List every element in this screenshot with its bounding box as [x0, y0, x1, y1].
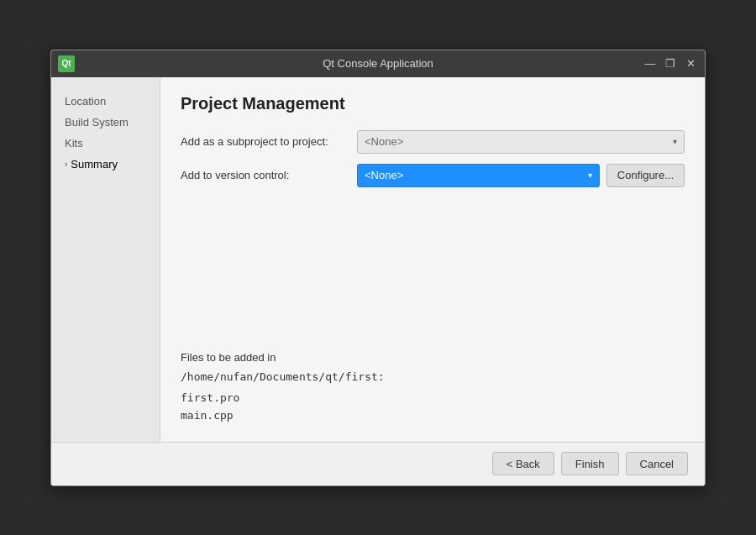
finish-button[interactable]: Finish [561, 452, 619, 475]
file-item-pro: first.pro [181, 390, 685, 407]
version-control-value: <None> [365, 169, 403, 181]
version-control-select[interactable]: <None> ▾ [357, 164, 600, 187]
footer: < Back Finish Cancel [51, 442, 705, 485]
version-control-label: Add to version control: [181, 169, 357, 181]
sidebar-item-label: Summary [71, 158, 118, 170]
sidebar: Location Build System Kits › Summary [51, 77, 160, 442]
sidebar-item-kits[interactable]: Kits [51, 133, 160, 154]
file-item-cpp: main.cpp [181, 407, 685, 425]
sidebar-item-build-system[interactable]: Build System [51, 112, 160, 133]
subproject-select[interactable]: <None> ▾ [357, 130, 685, 154]
files-intro-text: Files to be added in [181, 351, 685, 364]
minimize-button[interactable]: — [643, 56, 658, 71]
cancel-button[interactable]: Cancel [626, 452, 688, 475]
sidebar-item-label: Build System [65, 116, 129, 129]
sidebar-item-label: Location [65, 95, 106, 108]
back-button[interactable]: < Back [492, 452, 554, 475]
sidebar-item-label: Kits [65, 137, 83, 149]
page-title: Project Management [181, 94, 685, 113]
window-controls: — ❐ ✕ [643, 56, 698, 71]
titlebar: Qt Qt Console Application — ❐ ✕ [51, 50, 705, 77]
subproject-field: <None> ▾ [357, 130, 685, 154]
sidebar-item-summary[interactable]: › Summary [51, 154, 160, 175]
window-title: Qt Console Application [323, 57, 433, 70]
dropdown-arrow-icon: ▾ [673, 137, 677, 146]
main-panel: Project Management Add as a subproject t… [160, 77, 705, 442]
files-list: first.pro main.cpp [181, 390, 685, 425]
files-section: Files to be added in /home/nufan/Documen… [181, 334, 685, 425]
close-button[interactable]: ✕ [683, 56, 698, 71]
restore-button[interactable]: ❐ [663, 56, 678, 71]
chevron-right-icon: › [65, 160, 67, 169]
subproject-value: <None> [365, 135, 403, 148]
subproject-label: Add as a subproject to project: [181, 135, 357, 148]
files-path: /home/nufan/Documents/qt/first: [181, 370, 685, 383]
version-control-field: <None> ▾ Configure... [357, 164, 685, 187]
main-window: Qt Qt Console Application — ❐ ✕ Location… [50, 50, 706, 486]
sidebar-item-location[interactable]: Location [51, 91, 160, 112]
configure-button[interactable]: Configure... [606, 164, 685, 187]
dropdown-arrow-icon: ▾ [588, 170, 592, 180]
subproject-row: Add as a subproject to project: <None> ▾ [181, 130, 685, 154]
content-area: Location Build System Kits › Summary Pro… [51, 77, 705, 442]
app-logo: Qt [58, 55, 75, 72]
version-control-row: Add to version control: <None> ▾ Configu… [181, 164, 685, 187]
